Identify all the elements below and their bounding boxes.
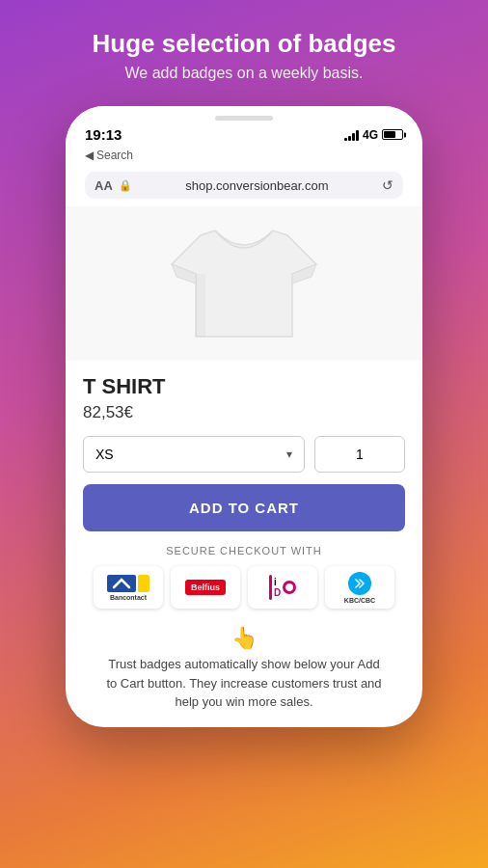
signal-bar-2 bbox=[348, 136, 351, 141]
battery-fill bbox=[384, 131, 395, 138]
secure-checkout-label: SECURE CHECKOUT WITH bbox=[83, 545, 405, 556]
network-type: 4G bbox=[363, 128, 378, 142]
signal-bar-3 bbox=[352, 133, 355, 141]
tshirt-image bbox=[66, 206, 422, 361]
url-reload-icon[interactable]: ↺ bbox=[382, 177, 393, 193]
back-search[interactable]: ◀ Search bbox=[85, 149, 133, 162]
bancontact-yellow-icon bbox=[138, 575, 149, 592]
belfius-inner: Belfius bbox=[185, 580, 226, 595]
product-info: T SHIRT 82,53€ XS ▾ 1 ADD TO CART SECURE… bbox=[66, 361, 422, 727]
header-title: Huge selection of badges bbox=[93, 29, 396, 59]
back-chevron-icon: ◀ bbox=[85, 149, 94, 162]
size-value: XS bbox=[95, 447, 114, 462]
ideal-circle-icon bbox=[283, 581, 296, 594]
quantity-input[interactable]: 1 bbox=[314, 436, 405, 473]
payment-badge-kbc: KBC/CBC bbox=[325, 566, 394, 609]
header: Huge selection of badges We add badges o… bbox=[73, 0, 416, 101]
phone-speaker bbox=[215, 116, 273, 121]
ideal-text-group: i D bbox=[274, 577, 281, 598]
chevron-down-icon: ▾ bbox=[286, 448, 292, 461]
ideal-logo-group: i D bbox=[269, 575, 296, 600]
kbc-text: KBC/CBC bbox=[344, 597, 375, 604]
product-name: T SHIRT bbox=[83, 374, 405, 399]
ideal-stripe-icon bbox=[269, 575, 272, 600]
url-text: shop.conversionbear.com bbox=[138, 178, 376, 193]
bancontact-blue-icon bbox=[107, 575, 136, 592]
payment-badge-ideal: i D bbox=[248, 566, 317, 609]
status-icons: 4G bbox=[344, 128, 403, 142]
url-aa-label: AA bbox=[95, 178, 113, 193]
add-to-cart-button[interactable]: ADD TO CART bbox=[83, 484, 405, 531]
url-lock-icon: 🔒 bbox=[119, 179, 132, 192]
header-subtitle: We add badges on a weekly basis. bbox=[93, 65, 396, 82]
url-bar[interactable]: AA 🔒 shop.conversionbear.com ↺ bbox=[85, 172, 403, 199]
status-time: 19:13 bbox=[85, 126, 122, 143]
back-search-label: Search bbox=[96, 149, 133, 162]
trust-emoji: 👆 bbox=[102, 626, 386, 651]
payment-badges: Bancontact Belfius i D bbox=[83, 566, 405, 609]
ideal-circles bbox=[283, 581, 296, 594]
ideal-deal-label: D bbox=[274, 587, 281, 598]
payment-badge-belfius: Belfius bbox=[171, 566, 240, 609]
bancontact-text: Bancontact bbox=[110, 594, 147, 601]
payment-badge-bancontact: Bancontact bbox=[94, 566, 163, 609]
phone-notch bbox=[85, 116, 403, 121]
signal-bar-1 bbox=[344, 138, 347, 141]
product-price: 82,53€ bbox=[83, 403, 405, 422]
trust-section: 👆 Trust badges automatically show below … bbox=[83, 620, 405, 727]
size-select[interactable]: XS ▾ bbox=[83, 436, 305, 473]
phone-frame: 19:13 4G ◀ Search AA 🔒 bbox=[66, 106, 422, 727]
belfius-logo: Belfius bbox=[185, 580, 226, 595]
search-bar-row: ◀ Search bbox=[85, 147, 403, 168]
product-image-area bbox=[66, 206, 422, 361]
kbc-circle-icon bbox=[348, 572, 371, 595]
bancontact-logo bbox=[107, 575, 149, 592]
ideal-i-label: i bbox=[274, 577, 281, 587]
phone-top-bar: 19:13 4G ◀ Search AA 🔒 bbox=[66, 106, 422, 206]
signal-bars-icon bbox=[344, 129, 359, 141]
signal-bar-4 bbox=[356, 130, 359, 141]
status-bar: 19:13 4G bbox=[85, 124, 403, 147]
battery-icon bbox=[382, 129, 403, 140]
bancontact-inner: Bancontact bbox=[107, 575, 149, 601]
ideal-inner: i D bbox=[269, 575, 296, 600]
variant-row: XS ▾ 1 bbox=[83, 436, 405, 473]
trust-text: Trust badges automatically show below yo… bbox=[102, 655, 386, 712]
kbc-inner: KBC/CBC bbox=[344, 572, 375, 604]
